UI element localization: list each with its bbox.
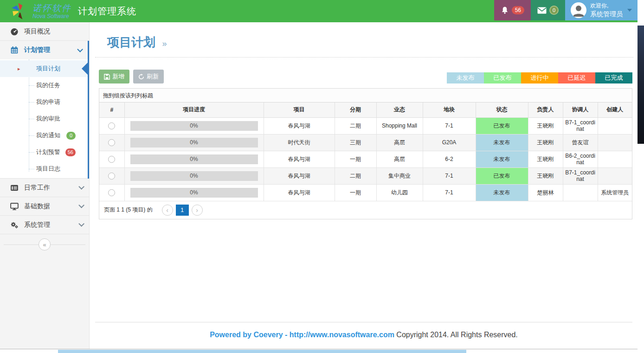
footer-link[interactable]: Powered by Coevery - http://www.novasoft… bbox=[210, 331, 394, 339]
sidebar-item-daily-work[interactable]: 日常工作 bbox=[0, 179, 89, 197]
column-header-2[interactable]: 项目 bbox=[264, 103, 335, 117]
add-button-label: 新增 bbox=[112, 72, 124, 81]
format-cell: 高层 bbox=[376, 151, 423, 167]
sidebar-item-plan-management[interactable]: 计划管理 bbox=[0, 41, 88, 59]
submenu-item-4[interactable]: 我的通知0 bbox=[0, 127, 88, 144]
status-badge: 已发布 bbox=[476, 117, 528, 134]
row-select-radio[interactable] bbox=[108, 156, 115, 163]
add-button[interactable]: 新增 bbox=[99, 70, 129, 83]
column-header-1[interactable]: 项目进度 bbox=[124, 103, 264, 117]
submenu-item-0[interactable]: ▸项目计划 bbox=[0, 60, 88, 77]
legend-chip-0[interactable]: 未发布 bbox=[447, 72, 484, 83]
project-cell: 春风与湖 bbox=[264, 184, 335, 201]
sidebar-item-project-overview[interactable]: 项目概况 bbox=[0, 22, 89, 41]
sidebar-item-label: 系统管理 bbox=[24, 221, 50, 229]
legend-chip-3[interactable]: 已延迟 bbox=[558, 72, 595, 83]
submenu-item-2[interactable]: 我的申请 bbox=[0, 94, 88, 110]
table-row[interactable]: 0%春风与湖二期Shopping Mall7-1已发布王晓刚B7-1_coord… bbox=[99, 117, 632, 134]
creator-cell bbox=[598, 134, 632, 151]
submenu-item-6[interactable]: 项目日志 bbox=[0, 160, 88, 177]
submenu-badge: 56 bbox=[65, 148, 76, 156]
creator-cell: 系统管理员 bbox=[598, 184, 632, 201]
column-header-6[interactable]: 状态 bbox=[476, 103, 528, 117]
user-menu[interactable]: 欢迎你, 系统管理员 bbox=[565, 0, 638, 20]
gauge-icon bbox=[10, 27, 19, 36]
active-caret-icon: ▸ bbox=[18, 66, 20, 72]
column-header-9[interactable]: 创建人 bbox=[598, 103, 632, 117]
creator-cell bbox=[598, 167, 632, 184]
column-header-0[interactable]: # bbox=[99, 103, 124, 117]
submenu-item-label: 项目日志 bbox=[36, 165, 60, 173]
row-select-radio[interactable] bbox=[108, 189, 115, 196]
submenu-item-5[interactable]: 计划预警56 bbox=[0, 144, 88, 160]
notifications-button[interactable]: 56 bbox=[494, 0, 531, 20]
row-select-radio[interactable] bbox=[108, 122, 115, 129]
row-select-radio[interactable] bbox=[108, 173, 115, 180]
plan-management-submenu: ▸项目计划我的任务我的申请我的审批我的通知0计划预警56项目日志 bbox=[0, 59, 88, 179]
column-header-8[interactable]: 协调人 bbox=[563, 103, 598, 117]
background-taskbar-edge bbox=[58, 350, 466, 353]
pager-current-page[interactable]: 1 bbox=[176, 205, 189, 216]
plot-cell: 7-1 bbox=[423, 117, 476, 134]
table-row[interactable]: 0%春风与湖二期集中商业7-1已发布王晓刚B7-1_coordinat bbox=[99, 167, 632, 184]
pager-next-button[interactable]: › bbox=[192, 205, 203, 216]
legend-chip-1[interactable]: 已发布 bbox=[484, 72, 521, 83]
project-cell: 春风与湖 bbox=[264, 167, 335, 184]
table-body: 0%春风与湖二期Shopping Mall7-1已发布王晓刚B7-1_coord… bbox=[99, 117, 632, 201]
sidebar-item-system-management[interactable]: 系统管理 bbox=[0, 216, 89, 234]
chevron-down-icon bbox=[78, 221, 84, 227]
list-icon bbox=[10, 184, 19, 192]
owner-cell: 王晓刚 bbox=[528, 134, 563, 151]
sidebar-item-label: 基础数据 bbox=[24, 202, 50, 211]
breadcrumb-chevron-icon: » bbox=[162, 39, 167, 48]
coordinator-cell: 曾友谊 bbox=[563, 134, 598, 151]
column-header-4[interactable]: 业态 bbox=[376, 103, 423, 117]
project-cell: 春风与湖 bbox=[264, 151, 335, 167]
pager-prev-button[interactable]: ‹ bbox=[162, 205, 173, 216]
coordinator-cell: B7-1_coordinat bbox=[563, 117, 598, 134]
user-greeting: 欢迎你, bbox=[590, 2, 623, 10]
sidebar-item-base-data[interactable]: 基础数据 bbox=[0, 197, 89, 216]
notifications-badge: 56 bbox=[512, 6, 524, 14]
person-icon bbox=[571, 2, 586, 18]
refresh-button[interactable]: 刷新 bbox=[133, 70, 164, 83]
phase-cell: 三期 bbox=[335, 134, 376, 151]
status-legend: 未发布已发布进行中已延迟已完成 bbox=[447, 72, 632, 83]
column-header-5[interactable]: 地块 bbox=[423, 103, 476, 117]
tree-tick bbox=[29, 152, 34, 153]
progress-bar: 0% bbox=[130, 171, 258, 181]
envelope-icon bbox=[537, 7, 547, 14]
table-row[interactable]: 0%春风与湖一期幼儿园7-1未发布楚丽林系统管理员 bbox=[99, 184, 632, 201]
submenu-item-label: 计划预警 bbox=[36, 148, 60, 156]
sidebar-collapse-button[interactable]: « bbox=[39, 238, 51, 250]
phase-cell: 一期 bbox=[335, 151, 376, 167]
submenu-item-label: 我的申请 bbox=[36, 98, 60, 106]
submenu-item-label: 我的任务 bbox=[36, 81, 60, 90]
submenu-item-label: 我的审批 bbox=[36, 115, 60, 123]
toolbar: 新增 刷新 未发布已发布进行中已延迟已完成 bbox=[99, 70, 632, 83]
row-select-radio[interactable] bbox=[108, 139, 115, 146]
tree-tick bbox=[29, 169, 34, 169]
submenu-item-1[interactable]: 我的任务 bbox=[0, 77, 88, 94]
sidebar-item-label: 日常工作 bbox=[24, 184, 50, 192]
phase-cell: 一期 bbox=[335, 184, 376, 201]
progress-bar: 0% bbox=[130, 188, 258, 198]
messages-button[interactable]: 0 bbox=[531, 0, 565, 20]
creator-cell bbox=[598, 151, 632, 167]
legend-chip-4[interactable]: 已完成 bbox=[595, 72, 632, 83]
gears-icon bbox=[10, 221, 19, 229]
tree-tick bbox=[29, 119, 34, 119]
sidebar-item-label: 计划管理 bbox=[24, 46, 50, 54]
column-header-7[interactable]: 负责人 bbox=[528, 103, 563, 117]
refresh-icon bbox=[138, 74, 144, 80]
table-row[interactable]: 0%时代天街三期高层G20A未发布王晓刚曾友谊 bbox=[99, 134, 632, 151]
submenu-item-3[interactable]: 我的审批 bbox=[0, 110, 88, 127]
page-title: 项目计划 bbox=[107, 35, 155, 49]
column-header-3[interactable]: 分期 bbox=[335, 103, 376, 117]
legend-chip-2[interactable]: 进行中 bbox=[521, 72, 558, 83]
plot-cell: 7-1 bbox=[423, 167, 476, 184]
footer-copyright: Copyright 2014. All Rights Reserved. bbox=[394, 331, 518, 339]
bell-icon bbox=[501, 6, 509, 14]
table-row[interactable]: 0%春风与湖一期高层6-2未发布王晓刚B6-2_coordinat bbox=[99, 151, 632, 167]
status-badge: 未发布 bbox=[476, 184, 528, 201]
